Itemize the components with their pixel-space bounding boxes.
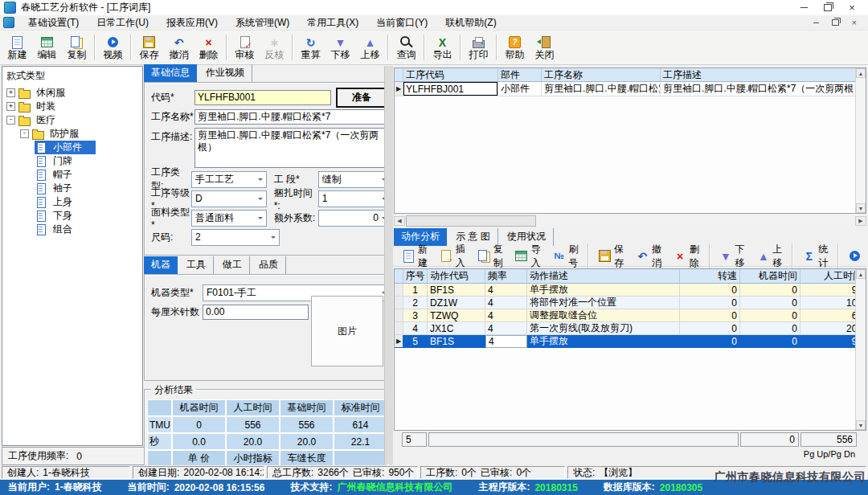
action-renumber-button[interactable]: № 刷号	[547, 241, 583, 272]
copy-button[interactable]: 复制	[62, 31, 92, 64]
action-move-up-button[interactable]: ▲ 上移	[751, 241, 788, 272]
help-button[interactable]: ? 帮助	[500, 31, 530, 64]
col-frequency[interactable]: 频率	[485, 269, 527, 284]
tab-work-video[interactable]: 作业视频	[199, 64, 252, 82]
panel-splitter[interactable]	[384, 66, 393, 464]
scroll-up-icon[interactable]: ▲	[856, 269, 866, 279]
extra-factor-select[interactable]: 0	[318, 210, 391, 227]
process-table-vscrollbar[interactable]: ▲ ▼	[855, 68, 866, 213]
action-import-button[interactable]: 导入	[510, 241, 546, 272]
video-button[interactable]: 视频	[98, 31, 128, 64]
save-button[interactable]: 保存	[134, 31, 164, 64]
tree-item-protective-suit[interactable]: - 防护服	[2, 127, 142, 141]
close-icon[interactable]: ×	[840, 0, 864, 15]
col-seq[interactable]: 序号	[403, 269, 428, 284]
process-grade-select[interactable]: D	[191, 190, 267, 207]
action-move-down-button[interactable]: ▼ 下移	[714, 241, 751, 272]
scroll-down-icon[interactable]: ▼	[856, 420, 866, 430]
scroll-up-icon[interactable]: ▲	[856, 68, 866, 78]
export-button[interactable]: X 导出	[428, 31, 457, 64]
action-copy-button[interactable]: 复制	[473, 241, 509, 272]
table-row[interactable]: 4 JX1C 4 第一次剪线(取及放剪刀) 0 0 200	[395, 322, 866, 335]
tab-workmanship[interactable]: 做工	[215, 256, 250, 274]
action-save-button[interactable]: 保存	[593, 241, 629, 272]
process-table-hscrollbar[interactable]: ◀ ▶	[394, 215, 866, 227]
tree-item-lower-body[interactable]: 下身	[2, 209, 142, 223]
scroll-left-icon[interactable]: ◀	[394, 216, 405, 226]
col-machine-time[interactable]: 机器时间	[740, 269, 800, 284]
action-insert-button[interactable]: 插入	[435, 241, 471, 272]
table-row[interactable]: 2 DZ1W 4 将部件对准一个位置 0 0 108	[395, 297, 866, 309]
close-window-button[interactable]: 关闭	[530, 31, 559, 64]
menu-system[interactable]: 系统管理(W)	[227, 15, 298, 30]
table-row[interactable]: ▶ YLFHFBJ001 小部件 剪里袖口.脚口.中腰.帽口松紧*7 剪里袖口.…	[395, 82, 866, 96]
move-down-button[interactable]: ▼ 下移	[326, 31, 355, 64]
tree-item-small-parts-selected[interactable]: 小部件	[2, 141, 142, 154]
minimize-icon[interactable]	[792, 0, 816, 15]
tree-item-fashion[interactable]: + 时装	[2, 100, 142, 113]
action-video-button[interactable]	[843, 248, 866, 264]
restore-icon[interactable]	[816, 0, 840, 15]
tree-item-hat[interactable]: 帽子	[2, 168, 142, 182]
new-button[interactable]: 新建	[2, 31, 32, 64]
col-part[interactable]: 部件	[498, 68, 542, 82]
col-process-name[interactable]: 工序名称	[542, 68, 661, 82]
recalculate-button[interactable]: ↻ 重算	[296, 31, 326, 64]
process-type-select[interactable]: 手工工艺	[191, 171, 267, 188]
tab-quality[interactable]: 品质	[252, 256, 286, 274]
mdi-restore-icon[interactable]	[829, 17, 841, 28]
expand-icon[interactable]: +	[6, 102, 15, 111]
mdi-child-icon[interactable]	[3, 17, 14, 28]
fabric-type-select[interactable]: 普通面料	[191, 210, 267, 227]
prepare-button[interactable]: 准备	[336, 88, 387, 108]
collapse-icon[interactable]: -	[20, 129, 29, 138]
col-process-desc[interactable]: 工序描述	[661, 68, 866, 82]
scroll-right-icon[interactable]: ▶	[855, 216, 866, 226]
action-new-button[interactable]: 新建	[397, 241, 433, 272]
menu-tools[interactable]: 常用工具(X)	[298, 15, 367, 30]
process-desc-textarea[interactable]: 剪里袖口.脚口.中腰.帽口松紧*7（一次剪两根）	[194, 128, 386, 168]
table-row[interactable]: 1 BF1S 4 单手摆放 0 0 92	[395, 284, 866, 297]
menu-basic-settings[interactable]: 基础设置(T)	[19, 15, 88, 30]
tree-item-medical[interactable]: - 医疗	[2, 113, 142, 127]
mdi-close-icon[interactable]: ×	[849, 17, 860, 28]
move-up-button[interactable]: ▲ 上移	[355, 31, 385, 64]
picture-placeholder[interactable]: 图片	[311, 296, 383, 366]
frequency-edit-cell[interactable]: 4	[485, 335, 527, 348]
menu-help[interactable]: 联机帮助(Z)	[436, 15, 505, 30]
tree-item-upper-body[interactable]: 上身	[2, 195, 142, 209]
menu-reports[interactable]: 报表应用(V)	[158, 15, 227, 30]
tree-item-casual[interactable]: + 休闲服	[2, 86, 142, 100]
tree-item-combination[interactable]: 组合	[2, 223, 142, 236]
audit-button[interactable]: 审核	[230, 31, 260, 64]
tree-item-door-plate[interactable]: 门牌	[2, 154, 142, 168]
scrollbar-thumb[interactable]	[406, 215, 536, 227]
bundle-time-select[interactable]: 1	[318, 190, 391, 207]
print-button[interactable]: 打印	[464, 31, 493, 64]
action-delete-button[interactable]: × 删除	[669, 241, 705, 272]
action-statistics-button[interactable]: Σ 统计	[797, 241, 833, 272]
action-undo-button[interactable]: ↶ 撤消	[631, 241, 667, 272]
expand-icon[interactable]: +	[6, 88, 15, 97]
menu-current-window[interactable]: 当前窗口(Y)	[367, 15, 436, 30]
code-input[interactable]: YLFHFBJ001	[194, 90, 331, 105]
col-process-code[interactable]: 工序代码	[403, 68, 498, 82]
size-select[interactable]: 2	[191, 229, 280, 246]
undo-button[interactable]: ↶ 撤消	[164, 31, 194, 64]
scroll-down-icon[interactable]: ▼	[856, 203, 866, 213]
mdi-minimize-icon[interactable]	[810, 17, 821, 28]
query-button[interactable]: 查询	[391, 31, 421, 64]
col-action-code[interactable]: 动作代码	[428, 269, 485, 284]
collapse-icon[interactable]: -	[6, 116, 15, 125]
table-row[interactable]: 3 TZWQ 4 调整握取缝合位 0 0 64	[395, 309, 866, 322]
tab-tool[interactable]: 工具	[179, 256, 214, 274]
tab-machine[interactable]: 机器	[144, 256, 178, 274]
action-table-vscrollbar[interactable]: ▲ ▼	[855, 269, 866, 430]
process-name-input[interactable]: 剪里袖口.脚口.中腰.帽口松紧*7	[194, 109, 386, 125]
delete-button[interactable]: × 删除	[194, 31, 223, 64]
menu-daily-work[interactable]: 日常工作(U)	[88, 15, 158, 30]
col-action-desc[interactable]: 动作描述	[527, 269, 680, 284]
table-row-selected[interactable]: ▶ 5 BF1S 4 单手摆放 0 0 92	[395, 335, 866, 348]
tree-item-sleeve[interactable]: 袖子	[2, 182, 142, 195]
col-rpm[interactable]: 转速	[680, 269, 740, 284]
